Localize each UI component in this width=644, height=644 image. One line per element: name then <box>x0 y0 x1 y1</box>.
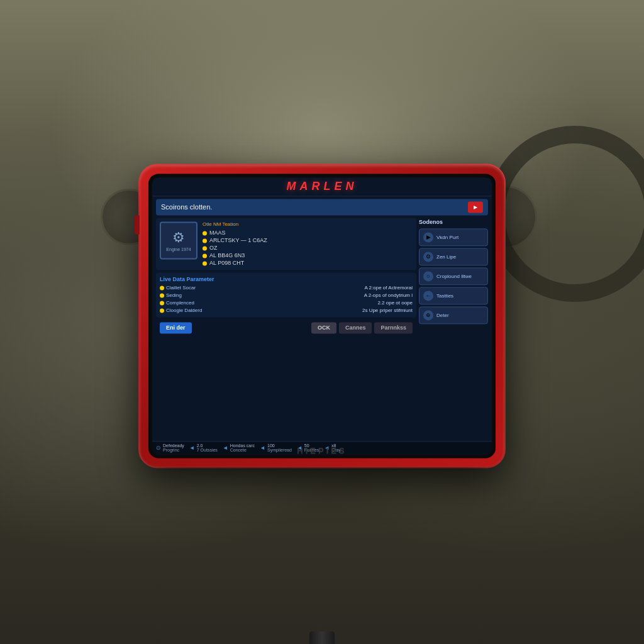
sidebar-btn-1[interactable]: ▶ Vkdn Purt <box>419 228 488 246</box>
status-icon-1: ⊙ <box>156 445 161 451</box>
dtc-item-3: OZ <box>203 245 267 251</box>
live-value-4: 2s Upe priper stifmiunt <box>362 308 413 313</box>
brand-bar: MARLEN <box>152 177 492 196</box>
sidebar-label-1: Vkdn Purt <box>436 235 458 240</box>
params-button[interactable]: Parnnkss <box>374 322 413 333</box>
live-data-section: Live Data Parameter Claillet Socar A 2:o… <box>156 272 416 317</box>
search-text: Scoirons clotten. <box>161 203 212 211</box>
sidebar-icon-3: ○ <box>423 271 433 281</box>
sidebar-label-4: Tastties <box>436 293 453 299</box>
dtc-list: Otle NM Teation MAAS ARLCTSKY — 1 C6AZ <box>203 221 267 266</box>
action-bar: Eni der OCK Cannes Parnnkss <box>156 319 416 336</box>
live-label-1: Claillet Socar <box>166 285 196 291</box>
status-sub-4: Symplieread <box>267 448 292 452</box>
status-val-4: 100 <box>267 443 292 448</box>
status-sub-3: Concete <box>230 448 255 452</box>
live-value-1: A 2:ope of Actremoral <box>365 285 413 291</box>
live-row-2: Seding <box>160 292 286 298</box>
dtc-code-2: ARLCTSKY — 1 C6AZ <box>209 237 267 243</box>
live-value-row-2: A 2-ops of ondytrium l <box>287 292 413 298</box>
sidebar-btn-2[interactable]: ⚙ Zen Lipe <box>419 248 488 265</box>
live-dot-4 <box>160 308 164 313</box>
diagnostic-device: MARLEN Scoirons clotten. <box>140 165 504 467</box>
screen: MARLEN Scoirons clotten. <box>152 177 492 454</box>
main-content: ⚙ Engine 1974 Otle NM Teation MAAS <box>152 218 492 441</box>
status-text-group-1: Defedeady Progrinc <box>163 443 184 452</box>
dtc-code-4: AL BB4G 6N3 <box>209 252 245 258</box>
live-value-row-4: 2s Upe priper stifmiunt <box>287 308 413 313</box>
sidebar-icon-1: ▶ <box>423 232 433 242</box>
live-value-row-3: 2.2 ope ot oope <box>287 300 413 306</box>
status-icon-4: ◄ <box>260 445 265 451</box>
live-data-title: Live Data Parameter <box>160 276 413 282</box>
status-icon-2: ◄ <box>189 445 195 451</box>
brand-text: MARLEN <box>287 180 358 192</box>
dtc-code-3: OZ <box>209 245 218 251</box>
live-value-3: 2.2 ope ot oope <box>377 300 413 306</box>
status-text-group-4: 100 Symplieread <box>267 443 292 452</box>
sidebar-title: Sodenos <box>419 219 488 225</box>
status-item-4: ◄ 100 Symplieread <box>260 443 292 452</box>
vehicle-info: ⚙ Engine 1974 Otle NM Teation MAAS <box>156 218 416 270</box>
live-value-2: A 2-ops of ondytrium l <box>364 292 413 298</box>
sidebar-label-5: Deter <box>436 313 449 318</box>
dtc-code-5: AL P098 CHT <box>209 260 244 266</box>
live-value-row-1: A 2:ope of Actremoral <box>287 285 413 291</box>
sidebar-label-3: Croplound 8twe <box>436 274 472 279</box>
engine-label: Engine 1974 <box>166 247 191 252</box>
dtc-title: Otle NM Teation <box>203 221 267 227</box>
dtc-dot-2 <box>203 238 207 243</box>
status-text-group-3: Hondas carc Concete <box>230 443 255 452</box>
side-button-left[interactable] <box>135 215 140 234</box>
live-dot-2 <box>160 293 164 297</box>
live-dot-3 <box>160 301 164 305</box>
dtc-item-5: AL P098 CHT <box>203 260 267 266</box>
engine-symbol: ⚙ <box>172 230 185 246</box>
sidebar-label-2: Zen Lipe <box>436 254 456 260</box>
status-sub-1: Progrinc <box>163 448 184 452</box>
enter-button[interactable]: Eni der <box>160 322 192 333</box>
live-dot-1 <box>160 286 164 290</box>
sidebar-icon-5: ⊕ <box>423 310 433 320</box>
sidebar-btn-5[interactable]: ⊕ Deter <box>419 306 488 324</box>
ok-button[interactable]: OCK <box>311 322 336 333</box>
dtc-item-2: ARLCTSKY — 1 C6AZ <box>203 237 267 243</box>
screen-bezel: MARLEN Scoirons clotten. <box>148 174 496 458</box>
status-item-3: ◄ Hondas carc Concete <box>223 443 255 452</box>
sidebar-icon-2: ⚙ <box>423 252 433 262</box>
back-icon: ← <box>423 291 433 301</box>
live-row-1: Claillet Socar <box>160 285 286 291</box>
status-val-1: Defedeady <box>163 443 184 448</box>
scene: MARLEN Scoirons clotten. <box>0 0 644 644</box>
status-sub-2: 7 Outssies <box>197 448 218 452</box>
live-label-2: Seding <box>166 292 182 298</box>
status-text-group-2: 2.0 7 Outssies <box>197 443 218 452</box>
dtc-dot-5 <box>203 261 207 265</box>
status-val-3: Hondas carc <box>230 443 255 448</box>
status-item-1: ⊙ Defedeady Progrinc <box>156 443 184 452</box>
dtc-item-1: MAAS <box>203 230 267 236</box>
status-item-2: ◄ 2.0 7 Outssies <box>189 443 218 452</box>
left-panel: ⚙ Engine 1974 Otle NM Teation MAAS <box>156 218 416 438</box>
search-bar[interactable]: Scoirons clotten. <box>156 199 488 215</box>
device-model-label: HIEPIES <box>297 446 347 455</box>
dtc-dot-3 <box>203 246 207 250</box>
dtc-item-4: AL BB4G 6N3 <box>203 252 267 258</box>
live-label-4: Cloogle Dalderd <box>166 308 202 313</box>
sidebar-btn-4[interactable]: ← Tastties <box>419 287 488 304</box>
status-val-2: 2.0 <box>197 443 218 448</box>
dtc-dot-1 <box>203 231 207 235</box>
dtc-code-1: MAAS <box>209 230 226 236</box>
sidebar-btn-3[interactable]: ○ Croplound 8twe <box>419 267 488 285</box>
dtc-dot-4 <box>203 253 207 258</box>
live-data-grid: Claillet Socar A 2:ope of Actremoral Sed… <box>160 285 413 313</box>
device-mount <box>309 631 335 644</box>
status-icon-3: ◄ <box>223 445 228 451</box>
live-row-3: Complenced <box>160 300 286 306</box>
vehicle-icon: ⚙ Engine 1974 <box>160 221 197 259</box>
live-label-3: Complenced <box>166 300 194 306</box>
play-button[interactable] <box>468 201 483 213</box>
live-row-4: Cloogle Dalderd <box>160 308 286 313</box>
cancel-button[interactable]: Cannes <box>339 322 372 333</box>
right-sidebar: Sodenos ▶ Vkdn Purt ⚙ Zen Lipe ○ Croplou… <box>419 218 488 438</box>
